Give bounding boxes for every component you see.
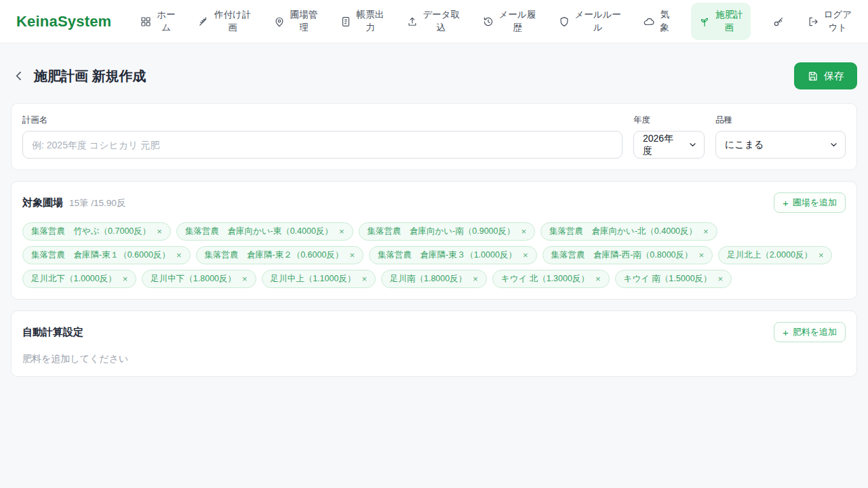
chip-remove-icon[interactable]: × (699, 251, 705, 260)
plan-name-input[interactable] (22, 131, 623, 159)
chip-remove-icon[interactable]: × (349, 251, 355, 260)
nav-field-management[interactable]: 圃場管 理 (273, 9, 318, 33)
nav-report-output[interactable]: 帳票出 力 (340, 9, 384, 33)
auto-calc-card: 自動計算設定 + 肥料を追加 肥料を追加してください (11, 310, 857, 377)
field-chip: 足川北下（1.0000反）× (22, 270, 136, 288)
auto-calc-title: 自動計算設定 (22, 326, 83, 339)
year-select-value: 2026年度 (643, 133, 683, 157)
field-chip: 足川南（1.8000反）× (381, 270, 487, 288)
field-chip-label: 足川中上（1.1000反） (271, 273, 356, 285)
chip-remove-icon[interactable]: × (361, 274, 367, 283)
nav-mail-rules[interactable]: メールルー ル (558, 9, 621, 33)
chip-remove-icon[interactable]: × (123, 274, 128, 283)
field-chip-label: キウイ 南（1.5000反） (624, 273, 712, 285)
nav-planting-plan-label: 作付け計 画 (214, 9, 251, 33)
nav-mail-history[interactable]: メール履 歴 (482, 9, 536, 33)
field-chip: 集落営農 倉庫隣-西-南（0.8000反）× (542, 246, 713, 264)
nav-home[interactable]: ホー ム (140, 9, 175, 33)
app-logo[interactable]: KeinaSystem (16, 13, 111, 30)
field-chip-label: 集落営農 倉庫向かい-南（0.9000反） (368, 226, 515, 237)
plus-icon: + (783, 198, 789, 208)
nav-data-import[interactable]: データ取 込 (406, 9, 460, 33)
chip-remove-icon[interactable]: × (718, 274, 724, 283)
chip-remove-icon[interactable]: × (703, 227, 709, 236)
wheat-icon (197, 16, 210, 28)
shield-icon (558, 16, 570, 28)
nav-weather[interactable]: 気 象 (643, 9, 669, 33)
add-fertilizer-button-label: 肥料を追加 (793, 326, 837, 338)
field-chip-label: キウイ 北（1.3000反） (501, 273, 589, 285)
history-icon (482, 16, 494, 28)
add-field-button-label: 圃場を追加 (793, 197, 837, 209)
field-chip: 足川中下（1.8000反）× (142, 270, 256, 288)
add-fertilizer-button[interactable]: + 肥料を追加 (774, 322, 846, 342)
key-icon (772, 16, 785, 28)
main-content: 施肥計画 新規作成 保存 計画名 年度 2026年度 品種 にこまる (0, 62, 868, 404)
cloud-icon (643, 16, 655, 28)
grid-icon (140, 16, 152, 28)
field-chip-label: 集落営農 倉庫向かい-北（0.4000反） (549, 226, 697, 237)
nav-weather-label: 気 象 (660, 9, 669, 33)
upload-icon (406, 16, 418, 28)
field-chip-label: 足川北下（1.0000反） (31, 273, 117, 285)
chip-remove-icon[interactable]: × (523, 251, 528, 260)
target-fields-card: 対象圃場 15筆 /15.90反 + 圃場を追加 集落営農 竹やぶ（0.7000… (11, 181, 857, 300)
nav-fertilization-plan[interactable]: 施肥計 画 (691, 3, 751, 39)
variety-label: 品種 (715, 115, 846, 126)
chip-remove-icon[interactable]: × (818, 251, 824, 260)
chevron-down-icon (688, 140, 697, 149)
field-chip: キウイ 北（1.3000反）× (492, 270, 610, 288)
field-chip: 足川中上（1.1000反）× (262, 270, 376, 288)
field-chip-label: 集落営農 倉庫隣-東２（0.6000反） (205, 249, 344, 261)
chip-remove-icon[interactable]: × (339, 227, 344, 236)
year-select[interactable]: 2026年度 (633, 131, 705, 159)
save-button[interactable]: 保存 (794, 62, 857, 89)
field-chip: 足川北上（2.0000反）× (718, 246, 832, 264)
nav-api-key[interactable] (772, 16, 785, 28)
target-fields-title: 対象圃場 (22, 197, 63, 209)
chevron-down-icon (829, 140, 838, 149)
year-field: 年度 2026年度 (633, 115, 705, 159)
chip-remove-icon[interactable]: × (242, 274, 248, 283)
field-chip: 集落営農 倉庫向かい-南（0.9000反）× (359, 222, 536, 241)
nav-report-output-label: 帳票出 力 (357, 9, 384, 33)
top-nav-bar: KeinaSystem ホー ム 作付け計 画 圃場管 理 帳票出 力 データ取… (0, 0, 868, 43)
field-chip-label: 集落営農 倉庫隣-西-南（0.8000反） (551, 249, 693, 261)
chip-remove-icon[interactable]: × (521, 227, 526, 236)
plus-icon: + (783, 327, 789, 338)
nav-logout-label: ログア ウト (824, 9, 852, 33)
chevron-left-icon (12, 69, 26, 83)
page-header: 施肥計画 新規作成 保存 (11, 62, 857, 89)
nav-planting-plan[interactable]: 作付け計 画 (197, 9, 251, 33)
chip-remove-icon[interactable]: × (176, 251, 182, 260)
field-chip-label: 集落営農 倉庫隣-東３（1.0000反） (378, 249, 517, 261)
chip-remove-icon[interactable]: × (595, 274, 601, 283)
nav-field-management-label: 圃場管 理 (290, 9, 318, 33)
map-pin-icon (273, 16, 285, 28)
chip-remove-icon[interactable]: × (473, 274, 478, 283)
nav-home-label: ホー ム (157, 9, 175, 33)
field-chip-label: 足川北上（2.0000反） (727, 249, 812, 261)
plan-name-label: 計画名 (22, 115, 623, 126)
variety-select[interactable]: にこまる (715, 131, 846, 159)
save-button-label: 保存 (824, 70, 844, 83)
field-chip-label: 集落営農 倉庫向かい-東（0.4000反） (185, 226, 333, 237)
field-chip-list: 集落営農 竹やぶ（0.7000反）× 集落営農 倉庫向かい-東（0.4000反）… (22, 222, 846, 288)
field-chip: キウイ 南（1.5000反）× (615, 270, 732, 288)
back-button[interactable] (11, 68, 27, 84)
nav-mail-history-label: メール履 歴 (499, 9, 536, 33)
field-chip-label: 足川中下（1.8000反） (151, 273, 236, 285)
chip-remove-icon[interactable]: × (157, 227, 162, 236)
nav-logout[interactable]: ログア ウト (807, 9, 852, 33)
add-field-button[interactable]: + 圃場を追加 (774, 192, 846, 213)
page-title: 施肥計画 新規作成 (34, 67, 146, 85)
logout-icon (807, 16, 819, 28)
year-label: 年度 (633, 115, 705, 126)
field-chip: 集落営農 竹やぶ（0.7000反）× (22, 222, 171, 241)
field-chip: 集落営農 倉庫向かい-北（0.4000反）× (540, 222, 717, 241)
nav-fertilization-plan-label: 施肥計 画 (715, 9, 743, 33)
field-chip-label: 集落営農 倉庫隣-東１（0.6000反） (31, 249, 170, 261)
sprout-icon (698, 16, 711, 28)
target-fields-summary: 15筆 /15.90反 (69, 197, 125, 209)
field-chip-label: 集落営農 竹やぶ（0.7000反） (31, 226, 151, 237)
